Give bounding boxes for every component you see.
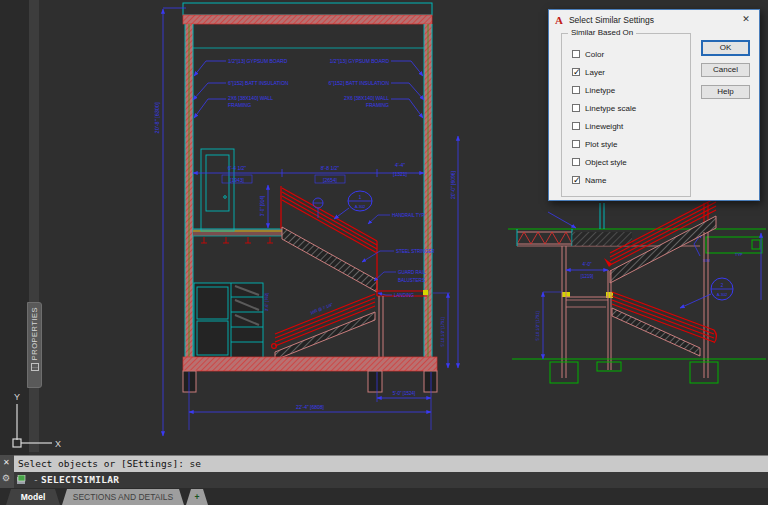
close-icon[interactable]: ✕ bbox=[737, 12, 755, 27]
floor-joists bbox=[201, 237, 273, 243]
dialog-title: Select Similar Settings bbox=[569, 15, 654, 25]
svg-text:3'-0" [914]: 3'-0" [914] bbox=[260, 196, 265, 216]
add-layout-tab[interactable]: + bbox=[186, 489, 208, 505]
properties-palette-label: PROPERTIES bbox=[30, 307, 39, 360]
wall-callouts-right: 1/2"[13] GYPSUM BOARD 6"[152] BATT INSUL… bbox=[329, 58, 390, 108]
checkbox-box[interactable] bbox=[572, 158, 580, 166]
similar-based-on-group: Similar Based On Color Layer Linetype Li… bbox=[561, 33, 691, 197]
detail-bubble-2[interactable]: 2 A-302 bbox=[680, 278, 733, 308]
building-section-left[interactable]: 1/2"[13] GYPSUM BOARD 6"[152] BATT INSUL… bbox=[154, 3, 458, 436]
svg-text:[1943]: [1943] bbox=[230, 177, 245, 183]
dim-stair-rise: 3'-0" [914] bbox=[260, 185, 268, 228]
svg-text:STEEL STRINGER: STEEL STRINGER bbox=[396, 249, 435, 254]
checkbox-box[interactable] bbox=[572, 104, 580, 112]
svg-text:FRAMING: FRAMING bbox=[366, 102, 389, 108]
cancel-button[interactable]: Cancel bbox=[701, 63, 750, 77]
detail-bubble-1[interactable]: 1 A-302 bbox=[334, 191, 372, 219]
svg-text:1/2"[13] GYPSUM BOARD: 1/2"[13] GYPSUM BOARD bbox=[330, 58, 390, 64]
wall-callouts-left: 1/2"[13] GYPSUM BOARD 6"[152] BATT INSUL… bbox=[228, 58, 289, 108]
svg-text:4'-0": 4'-0" bbox=[583, 262, 592, 267]
detail-landing[interactable] bbox=[562, 292, 613, 307]
checkbox-box[interactable] bbox=[572, 122, 580, 130]
groupbox-label: Similar Based On bbox=[568, 28, 636, 37]
checkbox-color[interactable]: Color bbox=[572, 48, 604, 60]
svg-text:2X6 [38X140] WALL: 2X6 [38X140] WALL bbox=[344, 95, 389, 101]
checkbox-plot-style[interactable]: Plot style bbox=[572, 138, 617, 150]
callout-leaders-left bbox=[193, 61, 226, 118]
command-prompt-text[interactable]: Select objects or [SEttings]: se bbox=[18, 458, 201, 469]
checkbox-box[interactable] bbox=[572, 86, 580, 94]
checkbox-lineweight[interactable]: Lineweight bbox=[572, 120, 623, 132]
cabinet[interactable] bbox=[194, 283, 263, 358]
stair-flight-upper[interactable] bbox=[281, 186, 377, 296]
svg-text:HANDRAIL TYP: HANDRAIL TYP bbox=[392, 213, 425, 218]
active-command-row: - SELECTSIMILAR bbox=[0, 472, 768, 488]
checkbox-box[interactable] bbox=[572, 50, 580, 58]
checkbox-box[interactable] bbox=[572, 68, 580, 76]
active-command-name: SELECTSIMILAR bbox=[41, 474, 119, 485]
detail-flight-lower[interactable] bbox=[612, 292, 717, 356]
properties-palette-tab[interactable]: PROPERTIES bbox=[27, 302, 42, 388]
ucs-x-label: X bbox=[55, 439, 61, 449]
dim-top-chain: 6'-4 1/2" [1943] 8'-8 1/2" [2654] 4'-4" … bbox=[193, 162, 424, 183]
checkbox-object-style[interactable]: Object style bbox=[572, 156, 627, 168]
command-prompt-bar[interactable]: Select objects or [SEttings]: se bbox=[0, 455, 768, 472]
svg-text:20'-8" [6300]: 20'-8" [6300] bbox=[154, 102, 160, 133]
svg-text:FRAMING: FRAMING bbox=[228, 102, 251, 108]
svg-text:5'-0" [1524]: 5'-0" [1524] bbox=[393, 391, 416, 396]
floor-plate[interactable] bbox=[706, 237, 762, 253]
properties-icon bbox=[31, 363, 39, 371]
svg-text:20'-0" [6096]: 20'-0" [6096] bbox=[450, 170, 456, 199]
tab-sections-and-details[interactable]: SECTIONS AND DETAILS bbox=[62, 489, 184, 505]
help-button[interactable]: Help bbox=[701, 85, 750, 99]
checkbox-box[interactable] bbox=[572, 176, 580, 184]
svg-text:4'-4": 4'-4" bbox=[395, 162, 405, 168]
checkbox-layer[interactable]: Layer bbox=[572, 66, 605, 78]
svg-text:TYP: TYP bbox=[735, 252, 743, 257]
door[interactable] bbox=[201, 149, 234, 231]
ucs-y-label: Y bbox=[14, 392, 20, 402]
checkbox-linetype-scale[interactable]: Linetype scale bbox=[572, 102, 636, 114]
checkbox-linetype[interactable]: Linetype bbox=[572, 84, 615, 96]
svg-text:LANDING: LANDING bbox=[394, 293, 415, 298]
command-strip: ✕ ⚙ bbox=[0, 455, 14, 488]
dim-bottom: 5'-0" [1524] 22'-4" [6808] bbox=[189, 372, 431, 430]
dialog-titlebar[interactable]: A Select Similar Settings ✕ bbox=[549, 10, 759, 29]
command-dash: - bbox=[33, 474, 39, 485]
command-tools-icon[interactable]: ⚙ bbox=[2, 473, 10, 483]
detail-ground[interactable] bbox=[512, 359, 766, 383]
checkbox-box[interactable] bbox=[572, 140, 580, 148]
ok-button[interactable]: OK bbox=[701, 40, 750, 56]
layout-tab-bar: Model SECTIONS AND DETAILS + bbox=[0, 488, 768, 505]
svg-text:BALUSTERS: BALUSTERS bbox=[398, 278, 425, 283]
wall-left[interactable] bbox=[185, 24, 193, 358]
wall-right[interactable] bbox=[424, 24, 432, 358]
stair-detail-right[interactable]: SIM TYP bbox=[508, 198, 766, 383]
svg-text:[2654]: [2654] bbox=[323, 177, 338, 183]
dim-left-overall: 20'-8" [6300] bbox=[154, 8, 186, 436]
dim-right-overall: 20'-0" [6096] 5'-10 1/2" [1791] bbox=[433, 136, 458, 368]
callout-leaders-right bbox=[391, 61, 424, 118]
roof-parapet[interactable] bbox=[183, 3, 432, 15]
svg-text:8'-8 1/2": 8'-8 1/2" bbox=[321, 165, 340, 171]
floor-truss[interactable] bbox=[517, 229, 572, 246]
svg-text:22'-4" [6808]: 22'-4" [6808] bbox=[296, 404, 325, 410]
detail-bubble-small[interactable] bbox=[313, 198, 323, 218]
command-close-icon[interactable]: ✕ bbox=[3, 458, 10, 467]
ground-slab[interactable] bbox=[183, 357, 437, 392]
svg-text:[1219]: [1219] bbox=[581, 274, 594, 279]
ucs-icon: Y X bbox=[13, 392, 61, 449]
svg-text:GUARD RAIL: GUARD RAIL bbox=[398, 270, 426, 275]
checkbox-name[interactable]: Name bbox=[572, 174, 606, 186]
svg-text:2: 2 bbox=[721, 283, 724, 288]
svg-text:A-302: A-302 bbox=[355, 204, 366, 209]
landing-guard[interactable] bbox=[377, 290, 428, 357]
svg-text:6'-4 1/2": 6'-4 1/2" bbox=[228, 165, 247, 171]
svg-text:5'-10 1/2" [1791]: 5'-10 1/2" [1791] bbox=[440, 317, 445, 346]
autocad-window: 1/2"[13] GYPSUM BOARD 6"[152] BATT INSUL… bbox=[0, 0, 768, 505]
svg-text:1: 1 bbox=[359, 195, 362, 200]
svg-text:5'-10 1/2" [1791]: 5'-10 1/2" [1791] bbox=[535, 311, 540, 340]
roof-slab[interactable] bbox=[183, 15, 432, 24]
tab-model[interactable]: Model bbox=[6, 489, 60, 505]
stair-flight-lower[interactable]: 16R @ 7 1/4" bbox=[272, 294, 375, 360]
